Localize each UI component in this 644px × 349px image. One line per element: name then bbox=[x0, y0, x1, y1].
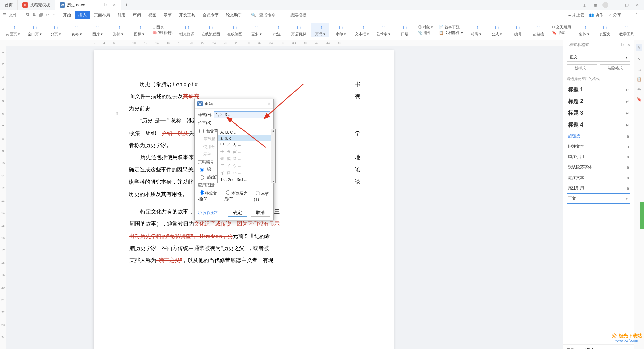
menutab-layout[interactable]: 页面布局 bbox=[91, 11, 113, 19]
maximize-button[interactable]: ▢ bbox=[623, 3, 630, 7]
cursor-icon[interactable]: ↖ bbox=[637, 57, 641, 61]
ribbon-封面页[interactable]: ▢封面页 ▾ bbox=[3, 23, 23, 37]
ribbon-stack[interactable]: ✉ 交叉引用🔖 书签 bbox=[550, 24, 573, 36]
style-item[interactable]: 标题 3↵ bbox=[567, 107, 630, 119]
menutab-insert[interactable]: 插入 bbox=[75, 11, 90, 19]
ribbon-分页[interactable]: ▢分页 ▾ bbox=[46, 23, 65, 37]
feedback-handle[interactable] bbox=[640, 202, 644, 229]
style-option[interactable]: 甲, 乙, 丙 ... bbox=[218, 141, 275, 148]
panel-pin-icon[interactable]: ⚐ bbox=[621, 43, 624, 47]
undo-icon[interactable]: ↶ bbox=[46, 13, 49, 17]
ribbon-教学工具[interactable]: ▢教学工具 bbox=[616, 23, 637, 37]
apps-icon[interactable]: ▦ bbox=[592, 3, 598, 7]
save-icon[interactable]: 🖫 bbox=[25, 13, 30, 17]
search-cmd-icon[interactable]: 🔍 bbox=[251, 13, 256, 17]
ribbon-空白页[interactable]: ▢空白页 ▾ bbox=[25, 23, 44, 37]
ribbon-日期[interactable]: ▢日期 bbox=[395, 23, 414, 37]
ribbon-stack[interactable]: 📄 首字下沉📋 文档部件 ▾ bbox=[437, 24, 465, 36]
menutab-section[interactable]: 章节 bbox=[160, 11, 175, 19]
new-tab-button[interactable]: + bbox=[121, 0, 132, 10]
menutab-member[interactable]: 会员专享 bbox=[199, 11, 222, 19]
ribbon-超链接[interactable]: ▢超链接 bbox=[529, 23, 548, 37]
menutab-view[interactable]: 视图 bbox=[145, 11, 160, 19]
preview-icon[interactable]: 🗐 bbox=[39, 13, 43, 17]
print-icon[interactable]: 🖶 bbox=[32, 13, 36, 17]
radio-scope-after[interactable] bbox=[226, 190, 230, 195]
style-item[interactable]: 标题 4↵ bbox=[567, 119, 630, 131]
panel-close-icon[interactable]: ✕ bbox=[627, 43, 630, 47]
user-avatar-icon[interactable] bbox=[602, 2, 608, 8]
style-list[interactable]: 标题 1↵标题 2↵标题 3↵标题 4↵超链接a脚注文本a脚注引用a默认段落字体… bbox=[563, 83, 634, 344]
style-dropdown[interactable]: A, B, C ...a, b, c ...甲, 乙, 丙 ...子, 丑, 寅… bbox=[217, 129, 276, 183]
style-combobox[interactable]: 1, 2, 3 ... ▾ bbox=[214, 111, 270, 118]
tab-close-icon[interactable]: ✕ bbox=[113, 3, 116, 7]
ribbon-符号[interactable]: ▢符号 ▾ bbox=[467, 23, 486, 37]
style-option[interactable]: 子, 丑, 寅 ... bbox=[218, 148, 275, 155]
dialog-close-icon[interactable]: ✕ bbox=[267, 101, 271, 106]
menutab-devtools[interactable]: 开发工具 bbox=[176, 11, 199, 19]
menu-icon[interactable]: ☰ bbox=[3, 13, 6, 17]
menutab-review[interactable]: 审阅 bbox=[129, 11, 144, 19]
style-item[interactable]: 尾注引用a bbox=[567, 183, 630, 193]
pencil-icon[interactable]: ✎ bbox=[636, 44, 642, 51]
ok-button[interactable]: 确定 bbox=[228, 209, 247, 217]
menutab-thesis[interactable]: 论文助手 bbox=[223, 11, 246, 19]
ribbon-公式[interactable]: ▢公式 ▾ bbox=[488, 23, 506, 37]
file-menu[interactable]: 文件 bbox=[9, 12, 17, 18]
include-chapter-checkbox[interactable] bbox=[199, 129, 204, 133]
style-item[interactable]: 尾注文本a bbox=[567, 172, 630, 183]
ribbon-稻壳资源[interactable]: ▢稻壳资源 bbox=[177, 23, 197, 37]
ribbon-在线流程图[interactable]: ▢在线流程图 bbox=[199, 23, 223, 37]
show-filter-select[interactable]: 有效样式 bbox=[577, 347, 630, 349]
menutab-reference[interactable]: 引用 bbox=[114, 11, 129, 19]
tab-document[interactable]: W 历史.docx ⚐ ✕ bbox=[55, 0, 121, 10]
clear-format-button[interactable]: 清除格式 bbox=[600, 64, 630, 72]
more-icon[interactable]: ⋮ bbox=[626, 13, 630, 17]
collapse-ribbon-icon[interactable]: ⌃ bbox=[635, 13, 638, 17]
style-item[interactable]: 标题 1↵ bbox=[567, 84, 630, 96]
radio-scope-doc[interactable] bbox=[200, 190, 204, 195]
ribbon-形状[interactable]: ▢形状 ▾ bbox=[109, 23, 127, 37]
minimize-button[interactable]: — bbox=[612, 3, 619, 7]
ribbon-窗体[interactable]: ▢窗体 ▾ bbox=[575, 23, 594, 37]
cloud-status[interactable]: ☁ 未上云 bbox=[567, 12, 584, 18]
ribbon-表格[interactable]: ▢表格 ▾ bbox=[67, 23, 86, 37]
current-style-select[interactable]: 正文▾ bbox=[567, 53, 630, 62]
ribbon-stack[interactable]: ⊞ 图表🧠 智能图形 bbox=[150, 24, 175, 36]
ribbon-编号[interactable]: ▢编号 bbox=[508, 23, 527, 37]
radio-continue[interactable] bbox=[200, 168, 204, 172]
ribbon-资源夹[interactable]: ▢资源夹 bbox=[596, 23, 614, 37]
search-cmd-input[interactable] bbox=[259, 12, 287, 18]
radio-start[interactable] bbox=[200, 175, 204, 180]
search-template-input[interactable] bbox=[289, 12, 318, 18]
ribbon-水印[interactable]: ▢水印 ▾ bbox=[331, 23, 350, 37]
cancel-button[interactable]: 取消 bbox=[251, 209, 270, 217]
style-option[interactable]: A, B, C ... bbox=[218, 129, 275, 135]
ribbon-文本框[interactable]: ▢文本框 ▾ bbox=[352, 23, 372, 37]
ribbon-页码[interactable]: ▢页码 ▾ bbox=[311, 23, 329, 37]
style-option[interactable]: イ, ロ, ハ ... bbox=[218, 169, 275, 177]
style-item[interactable]: 正文↵ bbox=[567, 193, 630, 204]
style-item[interactable]: 超链接a bbox=[567, 131, 630, 141]
tab-home[interactable]: 首页 bbox=[0, 0, 18, 10]
ribbon-批注[interactable]: ▢批注 bbox=[268, 23, 286, 37]
radio-scope-section[interactable] bbox=[256, 191, 260, 195]
style-option[interactable]: One, Two, Three ... bbox=[218, 183, 275, 183]
style-item[interactable]: 默认段落字体a bbox=[567, 162, 630, 172]
share-button[interactable]: ↗ 分享 bbox=[608, 12, 621, 18]
ribbon-图片[interactable]: ▢图片 ▾ bbox=[88, 23, 107, 37]
coop-button[interactable]: 👥 协作 bbox=[589, 12, 603, 18]
ribbon-在线脑图[interactable]: ▢在线脑图 bbox=[225, 23, 245, 37]
layout-icon[interactable]: ◫ bbox=[581, 3, 588, 7]
tab-template[interactable]: D 找稻壳模板 bbox=[18, 0, 55, 10]
style-option[interactable]: ア, イ, ウ ... bbox=[218, 162, 275, 169]
ribbon-艺术字[interactable]: ▢艺术字 ▾ bbox=[374, 23, 393, 37]
ribbon-stack[interactable]: ◎ 对象 ▾📎 附件 bbox=[416, 24, 435, 36]
style-item[interactable]: 脚注引用a bbox=[567, 152, 630, 162]
style-option[interactable]: a, b, c ... bbox=[218, 135, 275, 141]
close-window-button[interactable]: ✕ bbox=[634, 3, 641, 7]
style-option[interactable]: 1st, 2nd, 3rd ... bbox=[218, 177, 275, 183]
dialog-titlebar[interactable]: W 页码 ✕ bbox=[195, 99, 273, 109]
style-option[interactable]: 壹, 贰, 叁 ... bbox=[218, 155, 275, 162]
ribbon-更多[interactable]: ▢更多 ▾ bbox=[247, 23, 266, 37]
